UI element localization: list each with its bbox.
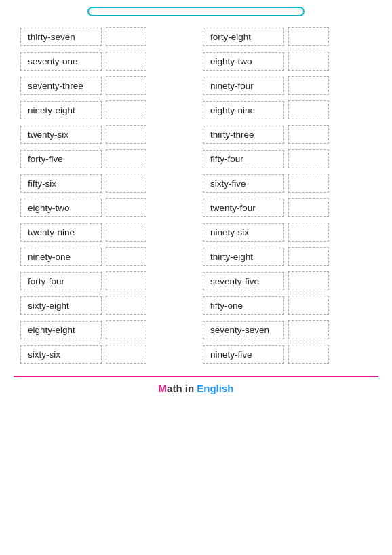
- word-label: sixty-eight: [20, 296, 102, 315]
- word-label: eighty-nine: [203, 101, 284, 119]
- word-label: ninety-eight: [20, 101, 102, 119]
- numbers-grid: thirty-sevenforty-eightseventy-oneeighty…: [14, 27, 378, 364]
- row-right-13: ninety-five: [203, 345, 372, 364]
- row-right-11: fifty-one: [203, 296, 372, 315]
- row-left-4: twenty-six: [20, 125, 189, 144]
- answer-box[interactable]: [288, 27, 329, 46]
- footer-rest: ath in: [167, 383, 197, 394]
- row-left-12: eighty-eight: [20, 320, 189, 339]
- answer-box[interactable]: [106, 320, 146, 339]
- word-label: twenty-six: [20, 126, 102, 144]
- row-right-3: eighty-nine: [203, 100, 372, 119]
- answer-box[interactable]: [288, 76, 329, 95]
- row-right-6: sixty-five: [203, 174, 372, 193]
- word-label: forty-five: [20, 150, 102, 168]
- row-right-10: seventy-five: [203, 271, 372, 290]
- word-label: thirty-seven: [20, 28, 102, 46]
- footer-english: English: [197, 383, 233, 394]
- word-label: forty-four: [20, 272, 102, 290]
- answer-box[interactable]: [106, 76, 146, 95]
- row-left-13: sixty-six: [20, 345, 189, 364]
- row-right-4: thirty-three: [203, 125, 372, 144]
- row-left-0: thirty-seven: [20, 27, 189, 46]
- answer-box[interactable]: [106, 27, 146, 46]
- answer-box[interactable]: [288, 125, 329, 144]
- row-left-2: seventy-three: [20, 76, 189, 95]
- row-left-9: ninety-one: [20, 247, 189, 266]
- word-label: seventy-three: [20, 77, 102, 95]
- word-label: ninety-one: [20, 248, 102, 266]
- answer-box[interactable]: [106, 223, 146, 242]
- word-label: fifty-four: [203, 150, 284, 168]
- word-label: ninety-six: [203, 223, 284, 242]
- footer-m: M: [159, 383, 168, 394]
- word-label: sixty-six: [20, 345, 102, 364]
- word-label: fifty-six: [20, 174, 102, 193]
- row-right-9: thirty-eight: [203, 247, 372, 266]
- word-label: thirty-three: [203, 126, 284, 144]
- word-label: ninety-five: [203, 345, 284, 364]
- answer-box[interactable]: [106, 198, 146, 217]
- answer-box[interactable]: [106, 149, 146, 168]
- row-right-8: ninety-six: [203, 223, 372, 242]
- word-label: twenty-nine: [20, 223, 102, 242]
- word-label: seventy-five: [203, 272, 284, 290]
- answer-box[interactable]: [288, 247, 329, 266]
- row-left-1: seventy-one: [20, 52, 189, 71]
- word-label: thirty-eight: [203, 248, 284, 266]
- answer-box[interactable]: [288, 52, 329, 71]
- row-left-10: forty-four: [20, 271, 189, 290]
- answer-box[interactable]: [288, 296, 329, 315]
- answer-box[interactable]: [288, 174, 329, 193]
- word-label: sixty-five: [203, 174, 284, 193]
- answer-box[interactable]: [288, 345, 329, 364]
- answer-box[interactable]: [106, 271, 146, 290]
- row-right-0: forty-eight: [203, 27, 372, 46]
- answer-box[interactable]: [288, 149, 329, 168]
- answer-box[interactable]: [106, 52, 146, 71]
- word-label: twenty-four: [203, 199, 284, 217]
- answer-box[interactable]: [106, 174, 146, 193]
- word-label: eighty-two: [20, 199, 102, 217]
- title-box: [87, 7, 305, 16]
- answer-box[interactable]: [288, 198, 329, 217]
- answer-box[interactable]: [288, 223, 329, 242]
- word-label: eighty-eight: [20, 321, 102, 339]
- word-label: forty-eight: [203, 28, 284, 46]
- word-label: seventy-seven: [203, 321, 284, 339]
- answer-box[interactable]: [106, 345, 146, 364]
- footer: Math in English: [14, 376, 378, 394]
- answer-box[interactable]: [106, 296, 146, 315]
- row-right-1: eighty-two: [203, 52, 372, 71]
- answer-box[interactable]: [106, 247, 146, 266]
- row-right-7: twenty-four: [203, 198, 372, 217]
- row-left-11: sixty-eight: [20, 296, 189, 315]
- answer-box[interactable]: [288, 320, 329, 339]
- answer-box[interactable]: [106, 100, 146, 119]
- answer-box[interactable]: [106, 125, 146, 144]
- word-label: eighty-two: [203, 52, 284, 71]
- row-left-6: fifty-six: [20, 174, 189, 193]
- answer-box[interactable]: [288, 271, 329, 290]
- row-right-5: fifty-four: [203, 149, 372, 168]
- row-right-12: seventy-seven: [203, 320, 372, 339]
- row-left-5: forty-five: [20, 149, 189, 168]
- row-right-2: ninety-four: [203, 76, 372, 95]
- word-label: ninety-four: [203, 77, 284, 95]
- row-left-7: eighty-two: [20, 198, 189, 217]
- answer-box[interactable]: [288, 100, 329, 119]
- row-left-3: ninety-eight: [20, 100, 189, 119]
- row-left-8: twenty-nine: [20, 223, 189, 242]
- word-label: fifty-one: [203, 296, 284, 315]
- word-label: seventy-one: [20, 52, 102, 71]
